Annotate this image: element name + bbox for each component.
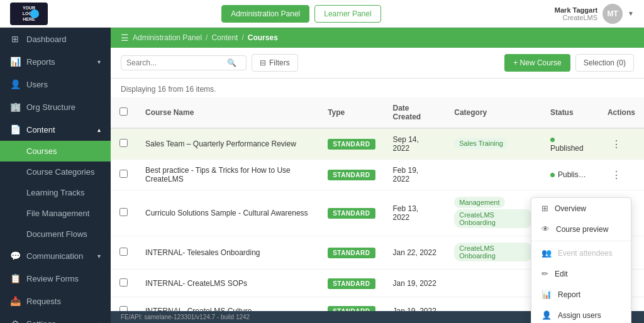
context-menu-label: Assign users [558, 311, 601, 320]
search-input[interactable] [126, 58, 227, 67]
learner-panel-button[interactable]: Learner Panel [314, 5, 380, 23]
context-menu-label: Overview [555, 204, 586, 213]
category-cell: ManagementCreateLMS Onboarding [445, 190, 541, 236]
display-count: Displaying 16 from 16 items. [111, 79, 644, 97]
row-checkbox-cell[interactable] [111, 190, 136, 236]
category-badge: Sales Training [454, 138, 508, 149]
selection-button[interactable]: Selection (0) [575, 54, 634, 72]
actions-cell[interactable]: ⋮ [599, 160, 644, 190]
row-checkbox-cell[interactable] [111, 160, 136, 190]
row-checkbox[interactable] [119, 278, 128, 287]
sidebar-item-reports[interactable]: 📊 Reports ▾ [0, 50, 111, 73]
context-menu-item-edit[interactable]: ✏Edit [531, 263, 631, 284]
status-cell: Publis… [541, 160, 599, 190]
avatar[interactable]: MT [602, 4, 623, 24]
sidebar-sub-label: Document Flows [26, 229, 87, 239]
col-date-created: Date Created [384, 97, 446, 128]
sidebar-sub-label: Learning Tracks [26, 188, 85, 197]
sidebar-sub-item-file-management[interactable]: File Management [0, 203, 111, 224]
sidebar-item-communication[interactable]: 💬 Communication ▾ [0, 244, 111, 267]
communication-icon: 💬 [10, 251, 20, 261]
date-cell: Jan 22, 2022 [384, 236, 446, 270]
context-menu-item-assign-users[interactable]: 👤Assign users [531, 305, 631, 323]
date-cell: Jan 19, 2022 [384, 270, 446, 297]
breadcrumb-current: Courses [248, 33, 278, 42]
row-checkbox-cell[interactable] [111, 297, 136, 312]
type-badge: STANDARD [328, 306, 375, 312]
edit-icon: ✏ [541, 269, 548, 278]
actions-cell[interactable]: ⋮ [599, 128, 644, 160]
sidebar-sub-item-document-flows[interactable]: Document Flows [0, 224, 111, 244]
sidebar-item-label: Review Forms [26, 274, 79, 283]
context-menu-label: Event attendees [558, 249, 613, 258]
breadcrumb-admin[interactable]: Administration Panel [133, 33, 202, 42]
row-checkbox[interactable] [119, 139, 128, 147]
course-name-cell: INTERNAL- Telesales Onboarding [136, 236, 319, 270]
chevron-down-icon[interactable]: ▼ [628, 10, 634, 17]
col-course-name: Course Name [136, 97, 319, 128]
table-header: Course Name Type Date Created Category S… [111, 97, 644, 128]
col-category: Category [445, 97, 541, 128]
row-checkbox-cell[interactable] [111, 270, 136, 297]
report-icon: 📊 [541, 290, 552, 299]
sidebar-item-label: Settings [26, 319, 56, 324]
requests-icon: 📥 [10, 296, 20, 306]
category-cell [445, 160, 541, 190]
row-checkbox[interactable] [119, 248, 128, 256]
sidebar-item-settings[interactable]: ⚙ Settings ▾ [0, 312, 111, 323]
context-menu-item-report[interactable]: 📊Report [531, 284, 631, 305]
type-cell: STANDARD [319, 236, 384, 270]
breadcrumb-separator: / [206, 33, 208, 42]
review-forms-icon: 📋 [10, 273, 20, 283]
sidebar-sub-item-course-categories[interactable]: Course Categories [0, 162, 111, 182]
breadcrumb: ☰ Administration Panel / Content / Cours… [111, 28, 644, 48]
context-menu-label: Course preview [556, 225, 608, 234]
status-text: Published [550, 144, 584, 153]
row-checkbox[interactable] [119, 170, 128, 178]
category-cell [445, 270, 541, 297]
sidebar: ⊞ Dashboard 📊 Reports ▾ 👤 Users 🏢 Org St… [0, 28, 111, 323]
actions-menu-button[interactable]: ⋮ [608, 168, 625, 182]
sidebar-item-users[interactable]: 👤 Users [0, 73, 111, 96]
breadcrumb-content[interactable]: Content [211, 33, 238, 42]
chevron-down-icon: ▾ [97, 320, 101, 324]
content-icon: 📄 [10, 124, 20, 134]
admin-panel-button[interactable]: Administration Panel [221, 5, 309, 23]
course-name-cell: Curriculo Solutions Sample - Cultural Aw… [136, 190, 319, 236]
category-badge: Management [454, 197, 504, 208]
table-row: Best practice - Tips & Tricks for How to… [111, 160, 644, 190]
sidebar-item-org-structure[interactable]: 🏢 Org Structure [0, 96, 111, 118]
category-cell [445, 297, 541, 312]
status-text: Publis… [558, 170, 586, 179]
sidebar-item-content[interactable]: 📄 Content ▴ [0, 118, 111, 141]
col-type: Type [319, 97, 384, 128]
row-checkbox[interactable] [119, 208, 128, 216]
date-cell: Jan 19, 2022 [384, 297, 446, 312]
context-menu-label: Report [558, 290, 580, 299]
context-menu-item-overview[interactable]: ⊞Overview [531, 198, 631, 219]
sidebar-item-review-forms[interactable]: 📋 Review Forms [0, 267, 111, 290]
logo: YOUR LOGO HERE [10, 3, 48, 25]
search-box[interactable]: 🔍 [121, 55, 247, 70]
breadcrumb-separator: / [242, 33, 243, 42]
actions-menu-button[interactable]: ⋮ [608, 137, 625, 151]
search-icon: 🔍 [227, 58, 236, 67]
chevron-up-icon: ▴ [97, 126, 101, 133]
sidebar-item-dashboard[interactable]: ⊞ Dashboard [0, 28, 111, 50]
sidebar-sub-item-courses[interactable]: Courses [0, 141, 111, 162]
row-checkbox-cell[interactable] [111, 236, 136, 270]
row-checkbox[interactable] [119, 306, 128, 312]
filters-button[interactable]: ⊟ Filters [252, 54, 298, 72]
new-course-button[interactable]: + New Course [504, 54, 570, 72]
sidebar-item-label: Users [26, 80, 48, 89]
sidebar-sub-item-learning-tracks[interactable]: Learning Tracks [0, 182, 111, 203]
main-layout: ⊞ Dashboard 📊 Reports ▾ 👤 Users 🏢 Org St… [0, 28, 644, 323]
sidebar-item-requests[interactable]: 📥 Requests [0, 290, 111, 312]
event-attendees-icon: 👥 [541, 248, 552, 258]
chevron-down-icon: ▾ [97, 253, 101, 260]
chevron-icon: ▾ [97, 58, 101, 65]
context-menu-item-course-preview[interactable]: 👁Course preview [531, 219, 631, 239]
type-cell: STANDARD [319, 297, 384, 312]
select-all-header[interactable] [111, 97, 136, 128]
row-checkbox-cell[interactable] [111, 128, 136, 160]
